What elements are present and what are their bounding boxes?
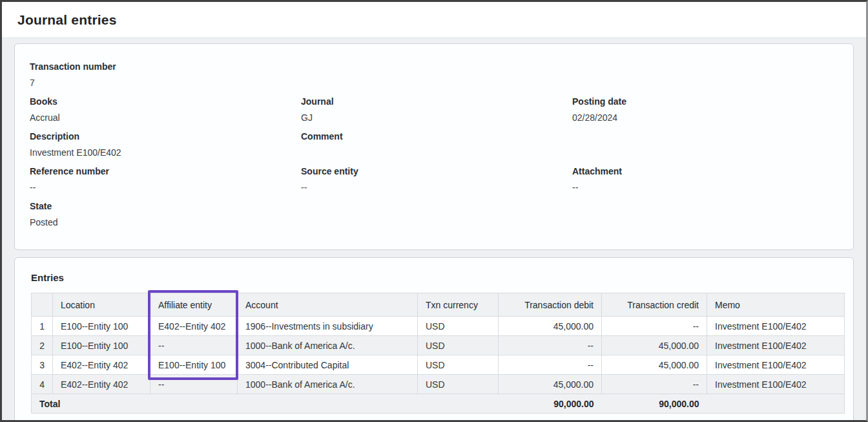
field-value — [301, 147, 572, 158]
field-value: -- — [301, 182, 572, 193]
total-txn-currency — [418, 394, 499, 414]
field-description: Description Investment E100/E402 — [30, 131, 301, 158]
cell-memo: Investment E100/E402 — [707, 336, 845, 355]
field-reference-number: Reference number -- — [30, 165, 301, 193]
field-value: Accrual — [30, 112, 301, 123]
field-label: Description — [30, 131, 301, 142]
column-header-memo: Memo — [707, 293, 845, 317]
table-row: 2 E100--Entity 100 -- 1000--Bank of Amer… — [32, 336, 845, 355]
journal-details-card: Transaction number 7 Books Accrual Journ… — [14, 43, 854, 250]
field-value: 7 — [30, 77, 301, 89]
field-label: Comment — [301, 131, 572, 142]
cell-affiliate-entity: -- — [150, 375, 238, 394]
cell-txn-currency: USD — [418, 355, 499, 375]
field-transaction-number: Transaction number 7 — [30, 61, 301, 89]
total-transaction-credit: 90,000.00 — [602, 394, 707, 414]
cell-transaction-credit: 45,000.00 — [602, 336, 707, 355]
total-label: Total — [32, 394, 150, 414]
column-header-transaction-debit: Transaction debit — [499, 293, 602, 317]
table-row: 1 E100--Entity 100 E402--Entity 402 1906… — [32, 317, 845, 336]
total-transaction-debit: 90,000.00 — [499, 394, 602, 414]
field-label: Posting date — [572, 96, 838, 107]
field-label: State — [30, 200, 301, 212]
field-journal: Journal GJ — [301, 96, 572, 123]
cell-memo: Investment E100/E402 — [707, 317, 845, 336]
field-comment: Comment — [301, 131, 572, 158]
cell-location: E402--Entity 402 — [53, 355, 150, 375]
cell-affiliate-entity: E402--Entity 402 — [150, 317, 238, 336]
entries-card: Entries Location Affiliate entity Accoun… — [14, 257, 854, 422]
cell-account: 1000--Bank of America A/c. — [238, 336, 418, 355]
field-value: GJ — [301, 112, 572, 123]
cell-row-number: 3 — [32, 355, 53, 375]
cell-memo: Investment E100/E402 — [707, 355, 845, 375]
total-affiliate-entity — [150, 394, 238, 414]
field-state: State Posted — [30, 200, 301, 228]
cell-txn-currency: USD — [418, 317, 499, 336]
field-label: Attachment — [572, 165, 838, 177]
cell-transaction-credit: 45,000.00 — [602, 355, 707, 375]
cell-location: E100--Entity 100 — [53, 317, 150, 336]
field-value: Posted — [30, 216, 301, 228]
entries-heading: Entries — [31, 272, 843, 283]
column-header-row-number — [32, 293, 53, 317]
cell-transaction-debit: 45,000.00 — [499, 375, 602, 394]
content-area: Transaction number 7 Books Accrual Journ… — [2, 38, 866, 422]
column-header-account: Account — [238, 293, 418, 317]
field-label: Reference number — [30, 165, 301, 177]
cell-location: E100--Entity 100 — [53, 336, 150, 355]
cell-transaction-debit: -- — [499, 355, 602, 375]
column-header-affiliate-entity: Affiliate entity — [150, 293, 238, 317]
column-header-transaction-credit: Transaction credit — [602, 293, 707, 317]
field-attachment: Attachment -- — [572, 165, 838, 193]
page-title: Journal entries — [17, 12, 117, 28]
cell-row-number: 1 — [32, 317, 53, 336]
cell-row-number: 2 — [32, 336, 53, 355]
cell-txn-currency: USD — [418, 336, 499, 355]
field-books: Books Accrual — [30, 96, 301, 123]
field-label: Books — [30, 96, 301, 107]
cell-location: E402--Entity 402 — [53, 375, 150, 394]
column-header-txn-currency: Txn currency — [418, 293, 499, 317]
field-label: Source entity — [301, 165, 572, 177]
entries-table-wrap: Location Affiliate entity Account Txn cu… — [31, 293, 844, 414]
entries-table: Location Affiliate entity Account Txn cu… — [31, 293, 845, 414]
cell-affiliate-entity: E100--Entity 100 — [150, 355, 238, 375]
table-row: 4 E402--Entity 402 -- 1000--Bank of Amer… — [32, 375, 845, 394]
cell-transaction-debit: -- — [499, 336, 602, 355]
cell-transaction-credit: -- — [602, 375, 707, 394]
column-header-location: Location — [53, 293, 150, 317]
field-value: Investment E100/E402 — [30, 147, 301, 158]
table-header-row: Location Affiliate entity Account Txn cu… — [32, 293, 845, 317]
cell-txn-currency: USD — [418, 375, 499, 394]
field-value: -- — [572, 182, 838, 193]
cell-affiliate-entity: -- — [150, 336, 238, 355]
total-account — [238, 394, 418, 414]
cell-transaction-credit: -- — [602, 317, 707, 336]
field-label: Transaction number — [30, 61, 301, 72]
cell-account: 1000--Bank of America A/c. — [238, 375, 418, 394]
field-source-entity: Source entity -- — [301, 165, 572, 193]
cell-account: 1906--Investments in subsidiary — [238, 317, 418, 336]
cell-account: 3004--Contributed Capital — [238, 355, 418, 375]
cell-row-number: 4 — [32, 375, 53, 394]
field-value: -- — [30, 182, 301, 193]
field-value: 02/28/2024 — [572, 112, 838, 123]
table-row: 3 E402--Entity 402 E100--Entity 100 3004… — [32, 355, 845, 375]
total-memo — [707, 394, 845, 414]
page-header: Journal entries — [2, 2, 866, 38]
cell-memo: Investment E100/E402 — [707, 375, 845, 394]
field-label: Journal — [301, 96, 572, 107]
field-posting-date: Posting date 02/28/2024 — [572, 96, 838, 123]
cell-transaction-debit: 45,000.00 — [499, 317, 602, 336]
table-total-row: Total 90,000.00 90,000.00 — [32, 394, 845, 414]
